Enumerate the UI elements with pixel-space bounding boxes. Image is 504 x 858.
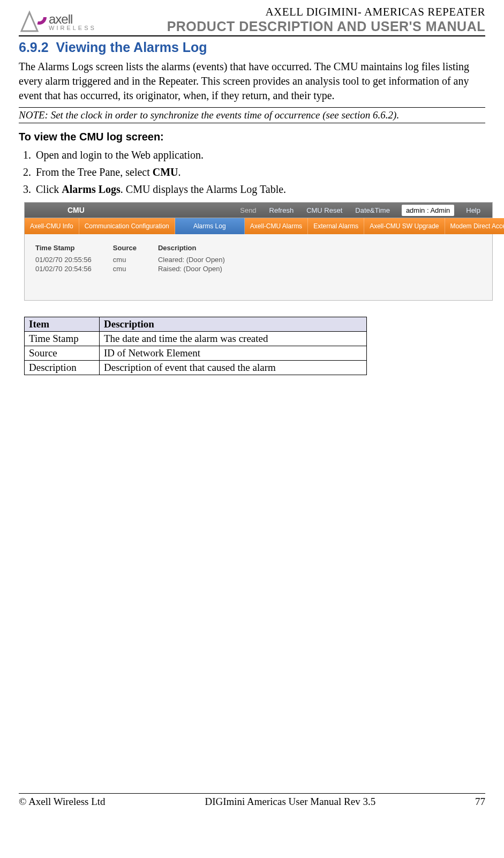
- table-row: Source ID of Network Element: [25, 346, 367, 361]
- shot-body: Time Stamp Source Description 01/02/70 2…: [25, 234, 492, 300]
- steps-list: Open and login to the Web application. F…: [19, 147, 485, 197]
- col-source: Source: [113, 243, 158, 255]
- step-item: From the Tree Pane, select CMU.: [34, 165, 485, 180]
- footer-left: © Axell Wireless Ltd: [19, 796, 106, 808]
- tab-modem-access[interactable]: Modem Direct Access: [445, 218, 504, 234]
- topbar-link-reset[interactable]: CMU Reset: [306, 206, 342, 214]
- tab-alarms-log[interactable]: Alarms Log: [175, 218, 245, 234]
- topbar-link-datetime[interactable]: Date&Time: [355, 206, 390, 214]
- header-rule: [19, 35, 485, 36]
- topbar-user: admin : Admin: [402, 205, 454, 216]
- footer-center: DIGImini Americas User Manual Rev 3.5: [205, 796, 375, 808]
- shot-title: CMU: [67, 206, 85, 214]
- doc-supertitle: AXELL DIGIMINI- AMERICAS REPEATER: [107, 5, 485, 19]
- step-item: Click Alarms Logs. CMU displays the Alar…: [34, 182, 485, 197]
- section-number: 6.9.2: [19, 40, 49, 55]
- topbar-link-refresh[interactable]: Refresh: [269, 206, 294, 214]
- tab-cmu-info[interactable]: Axell-CMU Info: [25, 218, 79, 234]
- col-description: Description: [158, 243, 246, 255]
- logo-icon: [19, 10, 48, 34]
- section-intro: The Alarms Logs screen lists the alarms …: [19, 59, 485, 103]
- tab-cmu-alarms[interactable]: Axell-CMU Alarms: [245, 218, 308, 234]
- footer-right: 77: [475, 796, 485, 808]
- table-row: Time Stamp The date and time the alarm w…: [25, 332, 367, 346]
- desc-header-item: Item: [25, 317, 100, 332]
- note-box: NOTE: Set the clock in order to synchron…: [19, 107, 485, 123]
- step-item: Open and login to the Web application.: [34, 147, 485, 162]
- svg-point-0: [33, 11, 45, 23]
- topbar-link-send[interactable]: Send: [240, 206, 256, 214]
- logo: axell WIRELESS: [19, 10, 96, 34]
- logo-text: axell: [49, 13, 96, 26]
- section-heading: 6.9.2Viewing the Alarms Log: [19, 40, 485, 55]
- doc-subtitle: PRODUCT DESCRIPTION AND USER'S MANUAL: [107, 19, 485, 34]
- tab-comm-config[interactable]: Communication Configuration: [79, 218, 175, 234]
- tab-external-alarms[interactable]: External Alarms: [308, 218, 364, 234]
- embedded-screenshot: CMU Send Refresh CMU Reset Date&Time adm…: [24, 202, 493, 301]
- logo-subtext: WIRELESS: [49, 25, 96, 31]
- table-row: 01/02/70 20:55:56 cmu Cleared: (Door Ope…: [35, 255, 246, 264]
- description-table: Item Description Time Stamp The date and…: [24, 317, 367, 375]
- desc-header-description: Description: [100, 317, 367, 332]
- table-row: Description Description of event that ca…: [25, 361, 367, 375]
- sub-heading: To view the CMU log screen:: [19, 131, 485, 143]
- col-timestamp: Time Stamp: [35, 243, 113, 255]
- page-footer: © Axell Wireless Ltd DIGImini Americas U…: [19, 793, 485, 808]
- page-header: axell WIRELESS AXELL DIGIMINI- AMERICAS …: [19, 5, 485, 34]
- tab-sw-upgrade[interactable]: Axell-CMU SW Upgrade: [364, 218, 445, 234]
- alarms-table: Time Stamp Source Description 01/02/70 2…: [35, 243, 246, 273]
- table-row: 01/02/70 20:54:56 cmu Raised: (Door Open…: [35, 264, 246, 273]
- shot-topbar: CMU Send Refresh CMU Reset Date&Time adm…: [25, 203, 492, 218]
- shot-tabs: Axell-CMU Info Communication Configurati…: [25, 218, 492, 234]
- topbar-link-help[interactable]: Help: [466, 206, 480, 214]
- section-title: Viewing the Alarms Log: [56, 40, 207, 55]
